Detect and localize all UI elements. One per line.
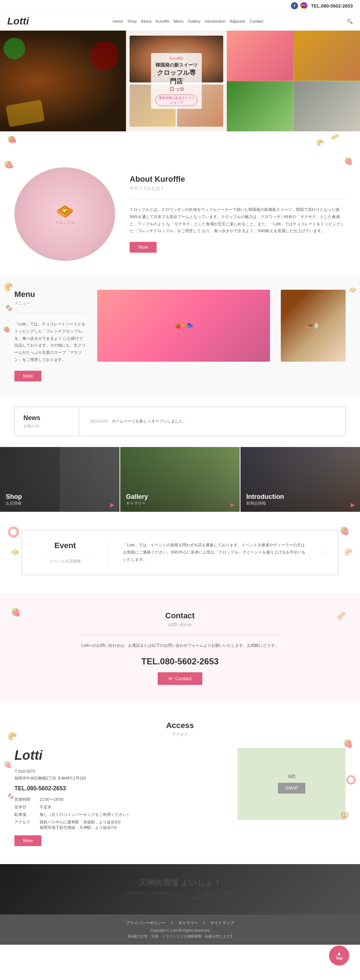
nav-adjacent[interactable]: Adjacent: [230, 19, 245, 23]
nav-links: Home Shop About Kuroffle Menu Gallery In…: [113, 19, 263, 23]
search-icon[interactable]: 🔍: [347, 18, 353, 24]
intro-arrow: ▶: [350, 501, 355, 508]
news-item-text: ホームページを新しくオープンしました。: [112, 418, 187, 424]
gallery-subtitle: ギャラリー: [126, 501, 234, 506]
menu-center-image: 🍓🧇🫐: [97, 290, 270, 362]
introduction-section[interactable]: Introduction 新商品情報 ▶: [241, 447, 360, 512]
contact-tel: TEL.080-5602-2653: [14, 657, 346, 667]
closed-label: 定休日: [14, 804, 40, 810]
access-address: 福岡市中央区舞鶴2丁目 天神APC1号102: [14, 776, 227, 781]
nav-menu[interactable]: Menu: [174, 19, 183, 23]
about-title: About Kuroffle: [130, 175, 346, 184]
three-sections: Shop お店情報 ▶ Gallery ギャラリー ▶ Introduction…: [0, 447, 360, 512]
event-divider: [108, 541, 109, 564]
news-items: 2021/11/10 ホームページを新しくオープンしました。: [79, 407, 346, 436]
hero-badge: 博多天神にあるスイーツショップ: [156, 95, 198, 106]
decor-croissant-1: 🥐: [2, 281, 14, 293]
access-row-hours: 営業時間 12:00〜19:00: [14, 797, 227, 802]
adjacent-section[interactable]: 天神肉酒場 よいしょ！ 内祝の姉妹店「天神肉酒場 よいしょ！」のご紹介ページです…: [0, 864, 360, 915]
decor-strawberry-2: 🍓: [3, 159, 14, 170]
event-expand-arrow[interactable]: ›: [322, 549, 323, 556]
hero-section: Kuroffle 韓国発の新スイーツ クロッフル専門店 ロッti 博多天神にある…: [0, 30, 360, 131]
nav-introduction[interactable]: Introduction: [205, 19, 225, 23]
nav-home[interactable]: Home: [113, 19, 123, 23]
access-logo: Lotti: [14, 748, 227, 763]
hero-right-image: [227, 30, 360, 131]
access-key-label: アクセス: [14, 819, 40, 825]
decor-strawberry-8: 🍓: [343, 739, 353, 748]
decor-croissant: 🥐: [316, 138, 324, 146]
menu-more-button[interactable]: More: [14, 371, 41, 382]
access-postal: 〒810-0073: [14, 769, 227, 774]
decor-strawberry-6: 🍓: [11, 608, 21, 617]
site-logo[interactable]: Lotti: [7, 16, 29, 27]
gallery-arrow: ▶: [230, 501, 235, 508]
menu-content: Menu メニュー 「Lotti」では、チョコレートソースとをトッピングした「フ…: [14, 290, 86, 382]
event-desc: 「Lotti」では、イベントの規模を問わず出店を募集しております。イベント主催者…: [123, 542, 307, 563]
contact-button[interactable]: ✉ Contact: [158, 672, 202, 685]
access-more-button[interactable]: More: [14, 835, 41, 846]
news-section: News お知らせ 2021/11/10 ホームページを新しくオープンしました。: [0, 396, 360, 447]
decor-pretzel: 🥨: [340, 811, 349, 819]
decor-waffle-2: 🧇: [11, 548, 20, 557]
decor-almond: 🥜: [330, 132, 339, 141]
about-image: 🧇 クロッフル: [14, 167, 115, 261]
nav-about[interactable]: About: [141, 19, 151, 23]
social-icons: f 📷: [291, 2, 307, 10]
parking-val: 無し（近くのコインパーキングをご利用ください）: [40, 812, 131, 817]
intro-title: Introduction: [246, 493, 354, 501]
parking-label: 駐車場: [14, 812, 40, 817]
shop-title: Shop: [6, 493, 114, 501]
about-desc: クロッフルとは、クロワッサンの生地をワッフルメーカーで焼いた韓国発の新感覚スイー…: [130, 206, 346, 235]
footer-links: プライバシーポリシー | ギャラリー | サイトマップ: [6, 920, 354, 926]
decor-ring: ⭕: [7, 526, 20, 538]
top-bar: f 📷 TEL.080-5602-2653: [0, 0, 360, 12]
access-row-closed: 定休日 不定休: [14, 804, 227, 810]
hero-store-name: ロッti: [156, 86, 198, 93]
nav-kuroffle[interactable]: Kuroffle: [156, 19, 170, 23]
footer-sep1: |: [171, 920, 172, 926]
menu-section: 🥐 🍫 🍓 🧇 Menu メニュー 「Lotti」では、チョコレートソースとをト…: [0, 275, 360, 396]
gallery-title: Gallery: [126, 493, 234, 501]
access-section: 🥐 🍓 🍫 🍓 ⭕ 🥨 Access アクセス Lotti 〒810-0073 …: [0, 703, 360, 864]
access-subtitle: アクセス: [14, 732, 346, 737]
nav-gallery[interactable]: Gallery: [188, 19, 201, 23]
access-map: 地図 GMAP: [237, 748, 346, 820]
decor-strawberry-5: 🍓: [339, 526, 349, 536]
footer-sitemap[interactable]: サイトマップ: [210, 920, 234, 926]
decor-chocolate-1: 🍫: [5, 304, 13, 312]
instagram-icon[interactable]: 📷: [300, 2, 307, 10]
gmap-button[interactable]: GMAP: [278, 783, 305, 794]
about-more-button[interactable]: More: [130, 242, 157, 253]
hero-title2: クロッフル専門店: [156, 68, 198, 86]
nav-contact[interactable]: Contact: [250, 19, 263, 23]
footer-gallery[interactable]: ギャラリー: [178, 920, 198, 926]
hero-decor-row: 🍓 🥜 🥐: [0, 131, 360, 153]
nav-shop[interactable]: Shop: [127, 19, 137, 23]
hero-title1: 韓国発の新スイーツ: [156, 62, 198, 68]
access-info: Lotti 〒810-0073 福岡市中央区舞鶴2丁目 天神APC1号102 T…: [14, 748, 227, 846]
footer: プライバシーポリシー | ギャラリー | サイトマップ Copyright © …: [0, 915, 360, 945]
footer-privacy[interactable]: プライバシーポリシー: [126, 920, 166, 926]
decor-chocolate-2: 🍫: [7, 793, 14, 800]
shop-subtitle: お店情報: [6, 501, 114, 506]
intro-overlay: Introduction 新商品情報: [241, 487, 360, 512]
decor-croissant-2: 🥐: [344, 548, 353, 557]
event-dots: ・・・・・・・・・・・・・・・: [37, 552, 94, 557]
event-box: Event ・・・・・・・・・・・・・・・ イベント出店情報 「Lotti」では…: [22, 530, 338, 575]
contact-title: Contact: [14, 611, 346, 620]
access-title: Access: [14, 721, 346, 730]
decor-strawberry-3: 🍓: [344, 157, 353, 165]
hours-val: 12:00〜19:00: [40, 797, 63, 802]
about-subtitle: クロッフルとは？: [130, 185, 346, 191]
facebook-icon[interactable]: f: [291, 2, 298, 10]
gallery-section[interactable]: Gallery ギャラリー ▶: [119, 447, 241, 512]
gallery-overlay: Gallery ギャラリー: [120, 487, 240, 512]
about-section: 🍓 🍓 🧇 クロッフル About Kuroffle クロッフルとは？ クロッフ…: [0, 153, 360, 275]
news-date: 2021/11/10: [90, 419, 108, 423]
event-section: ⭕ 🧇 🍓 🥐 Event ・・・・・・・・・・・・・・・ イベント出店情報 「…: [0, 512, 360, 593]
decor-ring-2: ⭕: [346, 775, 357, 785]
menu-desc: 「Lotti」では、チョコレートソースとをトッピングした「フレンチクロッフル」を…: [14, 321, 86, 363]
menu-subtitle: メニュー: [14, 301, 86, 306]
shop-section[interactable]: Shop お店情報 ▶: [0, 447, 119, 512]
